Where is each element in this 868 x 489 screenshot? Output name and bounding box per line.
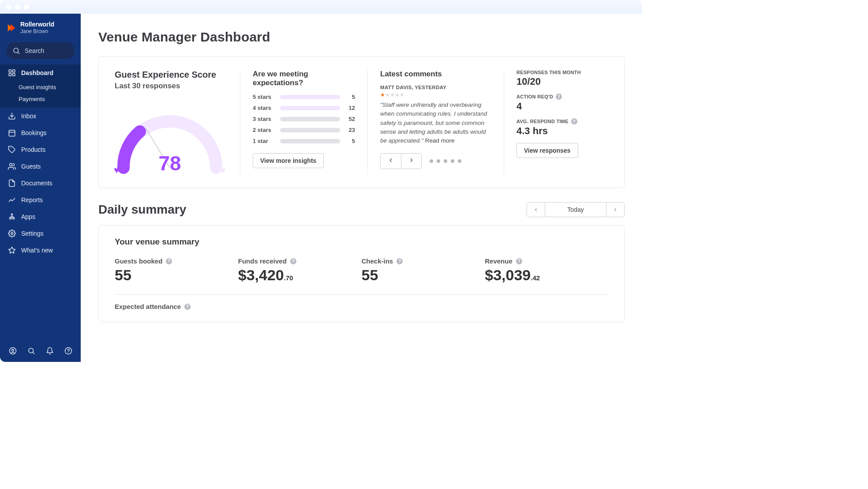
help-tooltip-icon[interactable]: ? [516, 258, 522, 264]
rating-bar [280, 117, 340, 121]
view-insights-button[interactable]: View more insights [253, 153, 324, 168]
svg-point-21 [29, 348, 34, 353]
sidebar-item-payments[interactable]: Payments [0, 93, 81, 108]
dot-icon[interactable] [458, 159, 461, 163]
sidebar-item-label: Payments [19, 96, 45, 102]
svg-line-22 [33, 352, 34, 354]
heart-filled-icon: ♥ [114, 165, 120, 176]
heart-broken-icon: ♥ [220, 165, 226, 176]
rating-bar-row: 3 stars52 [253, 116, 355, 122]
dot-icon[interactable] [437, 159, 440, 163]
bell-icon[interactable] [46, 347, 54, 355]
rating-count: 12 [344, 105, 355, 111]
sidebar-item-label: Inbox [21, 113, 36, 120]
date-prev-button[interactable] [527, 203, 545, 217]
ges-panel: Guest Experience Score Last 30 responses… [115, 70, 238, 174]
rating-bar [280, 128, 340, 132]
sidebar-item-reports[interactable]: Reports [0, 192, 81, 208]
sidebar-nav: Dashboard Guest insights Payments Inbox … [0, 64, 81, 259]
metric-cents: .42 [531, 274, 540, 282]
dot-icon[interactable] [451, 159, 454, 163]
help-tooltip-icon[interactable]: ? [571, 118, 577, 124]
help-tooltip-icon[interactable]: ? [184, 304, 191, 310]
window-zoom-icon[interactable] [24, 4, 29, 10]
next-comment-button[interactable] [401, 154, 421, 169]
sidebar-item-label: Guests [21, 163, 41, 170]
svg-rect-4 [13, 74, 15, 76]
sidebar-item-dashboard[interactable]: Dashboard [0, 64, 81, 81]
brand-logo-icon [7, 23, 16, 32]
metric-revenue: Revenue? $3,039.42 [485, 257, 608, 284]
prev-comment-button[interactable] [381, 154, 401, 169]
date-current[interactable]: Today [545, 203, 606, 217]
search-input[interactable]: Search [6, 42, 75, 59]
star-icon [8, 246, 16, 254]
tag-icon [8, 146, 16, 154]
rating-count: 52 [344, 116, 355, 122]
sidebar-item-products[interactable]: Products [0, 141, 81, 158]
sidebar-item-bookings[interactable]: Bookings [0, 124, 81, 141]
sidebar-item-settings[interactable]: Settings [0, 225, 81, 242]
svg-rect-2 [9, 70, 11, 72]
stats-panel: RESPONSES THIS MONTH 10/20 ACTION REQ'D?… [506, 70, 581, 174]
read-more-link[interactable]: Read more [425, 137, 455, 144]
sidebar-item-whats-new[interactable]: What's new [0, 242, 81, 259]
sidebar-bottom-bar [0, 340, 81, 362]
svg-line-16 [12, 216, 14, 217]
responses-label: RESPONSES THIS MONTH [516, 70, 581, 75]
dot-icon[interactable] [444, 159, 447, 163]
sidebar: Rollerworld Jane Brown Search Dashboard … [0, 14, 81, 362]
sidebar-item-label: Apps [21, 213, 35, 220]
sidebar-item-inbox[interactable]: Inbox [0, 108, 81, 124]
svg-line-1 [18, 53, 19, 54]
guests-icon [8, 162, 16, 170]
rating-bar-row: 1 star5 [253, 138, 355, 144]
ges-subtitle: Last 30 responses [115, 82, 226, 90]
ges-title: Guest Experience Score [115, 70, 226, 80]
sidebar-item-guests[interactable]: Guests [0, 158, 81, 175]
metric-value: 55 [362, 267, 485, 284]
action-reqd-value: 4 [516, 101, 581, 112]
vertical-separator [367, 70, 368, 174]
metric-cents: .70 [284, 274, 293, 282]
dot-icon[interactable] [430, 159, 433, 163]
rating-bar [280, 139, 340, 143]
avg-respond-label: AVG. RESPOND TIME [516, 119, 569, 124]
responses-value: 10/20 [516, 76, 581, 87]
rating-count: 5 [344, 94, 355, 100]
metric-value: $3,420 [238, 267, 284, 284]
sidebar-item-apps[interactable]: Apps [0, 208, 81, 225]
brand-title: Rollerworld [20, 21, 54, 28]
sidebar-item-label: Settings [21, 230, 44, 237]
gauge-chart: ♥ ♥ 78 [115, 99, 225, 174]
help-tooltip-icon[interactable]: ? [166, 258, 172, 264]
brand-block: Rollerworld Jane Brown [0, 14, 81, 39]
avg-respond-value: 4.3 hrs [516, 125, 581, 137]
gear-icon [8, 229, 16, 237]
help-tooltip-icon[interactable]: ? [397, 258, 403, 264]
metric-value: $3,039 [485, 267, 531, 284]
expectations-panel: Are we meeting expectations? 5 stars54 s… [242, 70, 366, 174]
account-icon[interactable] [9, 347, 17, 355]
ges-score: 78 [158, 151, 181, 175]
window-close-icon[interactable] [6, 4, 11, 10]
action-reqd-label: ACTION REQ'D [516, 94, 553, 99]
search-footer-icon[interactable] [27, 347, 35, 355]
svg-point-10 [10, 163, 12, 166]
view-responses-button[interactable]: View responses [516, 143, 578, 158]
venue-summary-title: Your venue summary [115, 237, 608, 247]
help-icon[interactable] [64, 347, 72, 355]
venue-summary-card: Your venue summary Guests booked? 55 Fun… [98, 225, 625, 322]
help-tooltip-icon[interactable]: ? [290, 258, 296, 264]
date-next-button[interactable] [606, 203, 624, 217]
sidebar-item-label: Bookings [21, 129, 47, 136]
help-tooltip-icon[interactable]: ? [556, 94, 562, 100]
rating-bar [280, 106, 340, 110]
svg-rect-7 [9, 130, 15, 136]
sidebar-item-documents[interactable]: Documents [0, 175, 81, 192]
window-titlebar [0, 0, 642, 14]
svg-rect-3 [13, 70, 15, 72]
document-icon [8, 179, 16, 187]
window-minimize-icon[interactable] [15, 4, 20, 10]
sidebar-item-guest-insights[interactable]: Guest insights [0, 81, 81, 93]
